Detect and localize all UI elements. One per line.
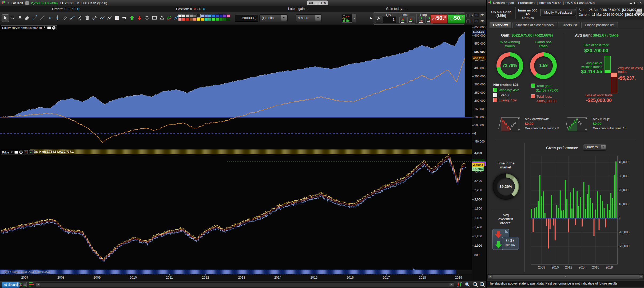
tool-line-icon[interactable] [39,15,46,22]
tool-fibonacci-icon[interactable] [69,15,76,22]
tool-broken-line-icon[interactable] [99,15,106,22]
period-select[interactable]: Quarterly ▼ [583,144,606,151]
tool-arrow-right-icon[interactable] [121,15,128,22]
palette-swatch[interactable] [208,18,212,21]
buy-stop-button[interactable] [418,17,426,24]
minimize-button[interactable] [630,3,632,4]
keyboard-icon[interactable] [309,1,313,5]
tool-arrow-down-icon[interactable] [136,15,143,22]
palette-swatch[interactable] [212,18,215,21]
scroll-right-icon[interactable]: ► [450,283,454,286]
tab-closed-positions[interactable]: Closed positions list [581,22,618,28]
quantity-input[interactable]: 200000 ▲ ▼ [235,15,258,22]
horizontal-scrollbar[interactable]: ◄ ► [36,282,454,287]
buy-marker-icon[interactable]: ▲ [29,150,33,154]
palette-swatch[interactable] [193,14,197,17]
close-icon[interactable]: ✕ [52,26,55,30]
settings-wrench-icon[interactable] [43,26,46,30]
positions-icon[interactable] [29,282,35,288]
zoom-fit-icon[interactable] [464,282,471,288]
palette-swatch[interactable] [182,14,185,17]
price-y-axis[interactable]: 3,0002,6002,4002,2002,0001,8001,6001,400… [472,154,486,270]
palette-swatch[interactable] [216,18,219,21]
palette-swatch[interactable] [219,14,223,17]
palette-swatch[interactable] [223,14,226,17]
tool-eraser-icon[interactable] [24,15,31,22]
restore-button[interactable] [319,2,322,4]
minimize-button[interactable] [315,4,317,4]
tool-zigzag-icon[interactable] [106,15,113,22]
palette-swatch[interactable] [201,14,204,17]
expand-arrow-icon[interactable]: ▶ [370,16,372,20]
palette-swatch[interactable] [189,18,193,21]
order-settings-button[interactable] [375,16,382,23]
palette-swatch[interactable] [216,14,219,17]
tool-trash-icon[interactable] [84,15,91,22]
scroll-right-icon[interactable]: ► [639,275,643,278]
palette-swatch[interactable] [204,14,208,17]
spin-down-icon[interactable]: ▼ [254,18,257,21]
chevron-down-icon[interactable]: ▼ [7,2,9,4]
s-checkbox[interactable] [466,14,470,17]
tool-cursor-icon[interactable] [2,15,9,22]
order-list-icon[interactable] [23,282,27,288]
palette-swatch[interactable] [227,18,230,21]
print-icon[interactable] [635,9,642,17]
l-pts-input[interactable]: 10 [474,19,479,23]
chart-type-button[interactable] [342,14,352,23]
palette-swatch[interactable] [201,18,204,21]
qty-input[interactable]: 1 [383,17,396,23]
palette-swatch[interactable] [219,18,223,21]
s-pts-input[interactable]: 10 [474,13,479,17]
spin-up-icon[interactable]: ▲ [254,15,257,18]
info-icon[interactable]: i [25,1,29,5]
panel-style-icon[interactable] [47,26,51,29]
tool-rectangle-icon[interactable] [151,15,158,22]
close-button[interactable]: ✕ [639,1,642,5]
position-close-icon[interactable]: ⊠ [193,7,196,11]
tool-arrow-up-icon[interactable] [129,15,136,22]
tool-pitchfork-icon[interactable] [77,15,84,22]
sell-button[interactable]: 2,750.0 [430,14,447,23]
chevron-down-icon[interactable]: ▼ [601,145,606,149]
orders-grid-icon[interactable]: ⊞ [68,7,70,11]
tool-horizontal-line-icon[interactable] [47,15,54,22]
zoom-in-icon[interactable] [479,282,486,288]
palette-swatch[interactable] [178,18,182,21]
zoom-out-icon[interactable] [472,282,479,288]
palette-swatch[interactable] [197,14,200,17]
maximize-button[interactable] [634,2,637,4]
scroll-left-icon[interactable]: ◄ [488,275,492,278]
modify-probacktest-button[interactable]: Modify ProBacktest [540,9,576,16]
close-button[interactable]: ✕ [324,1,326,5]
palette-swatch[interactable] [197,18,200,21]
tool-ellipse-icon[interactable] [144,15,151,22]
scroll-left-icon[interactable]: ◄ [36,283,40,286]
palette-swatch[interactable] [223,18,226,21]
candlestick-tool-icon[interactable] [17,282,22,288]
position-settings-gear-icon[interactable]: ⚙ [202,7,206,11]
time-axis[interactable]: 2007200820092010201120122013201420152016… [0,274,472,281]
palette-swatch[interactable] [182,18,185,21]
palette-swatch[interactable] [178,14,182,17]
tab-overview[interactable]: Overview [490,22,511,28]
tab-orders-list[interactable]: Orders list [558,22,580,28]
tool-drawing-tools-icon[interactable] [92,15,98,22]
settings-wrench-icon[interactable] [10,151,13,154]
tool-magnifier-icon[interactable] [9,15,16,22]
report-scrollbar[interactable]: ◄ ► ≡ [487,274,644,279]
timeframe-select[interactable]: 4 hours▼ [296,14,322,22]
tool-vertical-line-icon[interactable] [54,15,61,22]
tool-alert-bell-icon[interactable] [17,15,24,22]
palette-swatch[interactable] [227,14,230,17]
units-select[interactable]: (x) units▼ [259,14,288,22]
palette-swatch[interactable] [204,18,208,21]
chart-type-dropdown[interactable]: ▼ [352,14,357,23]
palette-swatch[interactable] [208,14,212,17]
tool-triangle-icon[interactable] [159,15,166,22]
tab-statistics[interactable]: Statistics of closed trades [512,22,557,28]
candle-settings-icon[interactable] [457,282,463,288]
tool-text-icon[interactable]: T [114,15,121,22]
panel-style-icon[interactable] [14,151,18,154]
palette-swatch[interactable] [189,14,193,17]
